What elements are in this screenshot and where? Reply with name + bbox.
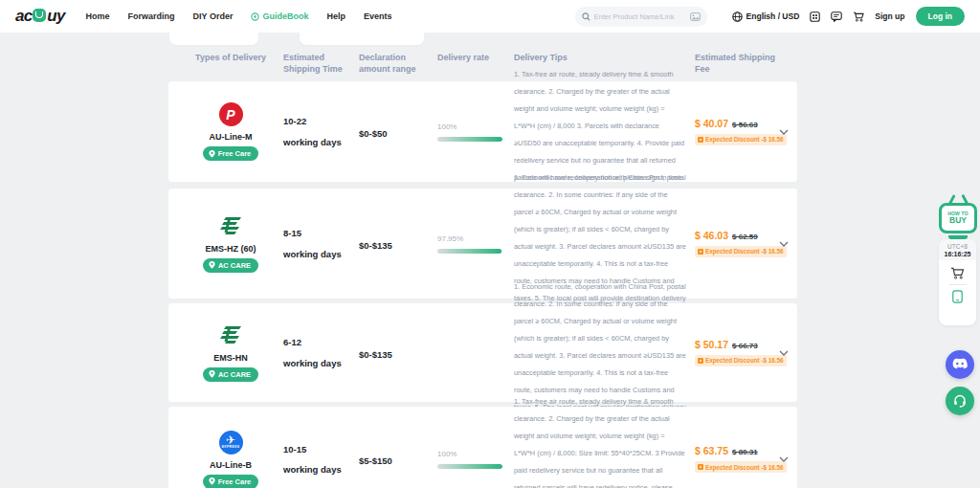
cart-icon[interactable] xyxy=(853,11,864,22)
logo-text-prefix: ac xyxy=(15,7,32,26)
delivery-rate-value: 100% xyxy=(437,450,514,458)
customer-support-button[interactable] xyxy=(946,387,974,415)
expand-row-button[interactable] xyxy=(779,129,798,135)
au-express-logo: ✈ EXPRESS xyxy=(219,431,243,455)
chevron-down-icon xyxy=(779,456,789,462)
coupon-icon xyxy=(698,464,703,470)
delivery-rate-bar xyxy=(437,353,502,358)
apps-grid-icon[interactable] xyxy=(810,11,820,22)
ems-logo xyxy=(218,324,244,347)
header-declaration-amount-range: Declaration amount range xyxy=(359,52,437,75)
messages-icon[interactable] xyxy=(831,11,842,22)
shipping-route-row-au-line-m[interactable]: P AU-Line-M Free Care 10-22 working days… xyxy=(168,81,797,182)
declaration-range: $0-$135 xyxy=(359,349,392,360)
nav-item-home[interactable]: Home xyxy=(86,11,110,21)
route-name: AU-Line-B xyxy=(210,460,252,470)
discord-button[interactable] xyxy=(946,350,974,379)
cart-shortcut-icon[interactable] xyxy=(950,267,965,279)
original-fee: $ 66.73 xyxy=(732,342,758,350)
header-delivery-tips: Delivery Tips xyxy=(514,52,695,63)
route-name: AU-Line-M xyxy=(210,132,253,142)
acbuy-logo[interactable]: acuy xyxy=(15,7,65,26)
logo-text-suffix: uy xyxy=(47,7,64,26)
current-time: 16:16:25 xyxy=(939,251,976,257)
mobile-app-icon[interactable] xyxy=(952,290,963,303)
expand-row-button[interactable] xyxy=(779,241,798,247)
image-search-icon[interactable] xyxy=(690,12,701,21)
time-range: 6-12 xyxy=(283,338,359,347)
expand-row-button[interactable] xyxy=(779,350,798,356)
original-fee: $ 56.63 xyxy=(732,121,758,129)
nav-item-forwarding[interactable]: Forwarding xyxy=(128,11,175,21)
logo-b-icon xyxy=(33,9,46,22)
shipping-route-row-au-line-b[interactable]: ✈ EXPRESS AU-Line-B Free Care 10-15 work… xyxy=(168,407,797,488)
delivery-rate-value: 100% xyxy=(437,122,514,131)
ems-logo xyxy=(218,215,244,238)
delivery-rate-bar xyxy=(437,464,502,469)
declaration-range: $0-$135 xyxy=(359,240,392,251)
chevron-down-icon xyxy=(779,241,789,247)
sign-up-link[interactable]: Sign up xyxy=(875,11,904,21)
declaration-range: $5-$150 xyxy=(359,455,392,466)
shipping-route-row-ems-hn[interactable]: EMS-HN AC CARE 6-12 working days $0-$135… xyxy=(168,303,797,402)
header-estimated-shipping-time: Estimated Shipping Time xyxy=(283,52,359,75)
search-icon xyxy=(582,12,590,21)
delivery-rate-bar xyxy=(437,249,502,254)
tv-screen: HOW TO BUY xyxy=(939,203,977,233)
location-pin-icon xyxy=(209,477,215,485)
original-fee: $ 80.31 xyxy=(732,448,758,456)
expected-discount-badge: Expected Discount -$ 16.56 xyxy=(695,246,787,257)
topbar-right-group: English / USD Sign up Log in xyxy=(732,7,965,26)
time-unit: working days xyxy=(283,138,359,147)
discord-icon xyxy=(951,358,969,371)
top-navigation-bar: acuy Home Forwarding DIY Order GuideBook… xyxy=(0,0,980,33)
delivery-rate-bar xyxy=(437,137,502,142)
log-in-button[interactable]: Log in xyxy=(916,7,966,26)
shipping-estimate-results: Types of Delivery Estimated Shipping Tim… xyxy=(0,33,980,488)
location-pin-icon xyxy=(209,261,215,269)
nav-item-diy-order[interactable]: DIY Order xyxy=(193,11,234,21)
language-currency-selector[interactable]: English / USD xyxy=(732,11,800,22)
route-name: EMS-HZ (60) xyxy=(205,244,256,254)
main-nav: Home Forwarding DIY Order GuideBook Help… xyxy=(86,11,392,21)
location-pin-icon xyxy=(209,150,215,158)
estimated-fee: $ 46.03 xyxy=(695,230,728,241)
time-range: 10-22 xyxy=(283,117,359,126)
expected-discount-badge: Expected Discount -$ 16.56 xyxy=(695,355,787,366)
expected-discount-badge: Expected Discount -$ 16.56 xyxy=(695,461,787,473)
header-types-of-delivery: Types of Delivery xyxy=(178,52,283,63)
shipping-route-row-ems-hz[interactable]: EMS-HZ (60) AC CARE 8-15 working days $0… xyxy=(168,189,797,299)
expand-row-button[interactable] xyxy=(779,456,798,462)
how-to-buy-widget[interactable]: HOW TO BUY xyxy=(939,194,977,239)
coupon-icon xyxy=(698,137,703,143)
nav-item-guidebook[interactable]: GuideBook xyxy=(251,11,308,21)
header-delivery-rate: Delivery rate xyxy=(437,52,514,63)
header-estimated-shipping-fee: Estimated Shipping Fee xyxy=(695,52,779,75)
search-input[interactable] xyxy=(594,12,686,21)
declaration-range: $0-$50 xyxy=(359,128,388,139)
delivery-tips-text: 1. Tax-free air route, steady delivery t… xyxy=(514,397,685,488)
time-unit: working days xyxy=(283,250,359,259)
estimated-fee: $ 50.17 xyxy=(695,339,728,350)
delivery-rate-value: 97.95% xyxy=(437,234,514,243)
location-pin-icon xyxy=(209,370,215,378)
time-range: 8-15 xyxy=(283,229,359,238)
nav-item-events[interactable]: Events xyxy=(364,11,392,21)
cropped-filter-field-left[interactable] xyxy=(169,33,258,45)
side-utility-panel: UTC+8 16:16:25 xyxy=(939,239,976,325)
free-care-badge: Free Care xyxy=(203,475,259,488)
chevron-down-icon xyxy=(779,129,789,135)
panel-divider xyxy=(949,284,967,285)
original-fee: $ 62.59 xyxy=(732,233,758,241)
cropped-filter-field-right[interactable] xyxy=(300,33,424,45)
route-name: EMS-HN xyxy=(213,353,248,363)
time-unit: working days xyxy=(283,465,359,475)
ac-care-badge: AC CARE xyxy=(203,258,258,273)
chevron-down-icon xyxy=(779,350,789,356)
ac-care-badge: AC CARE xyxy=(203,367,258,382)
nav-item-help[interactable]: Help xyxy=(326,11,345,21)
product-search-box[interactable] xyxy=(575,7,707,27)
free-care-badge: Free Care xyxy=(203,146,259,161)
expected-discount-badge: Expected Discount -$ 16.56 xyxy=(695,134,787,145)
estimated-fee: $ 63.75 xyxy=(695,445,728,456)
